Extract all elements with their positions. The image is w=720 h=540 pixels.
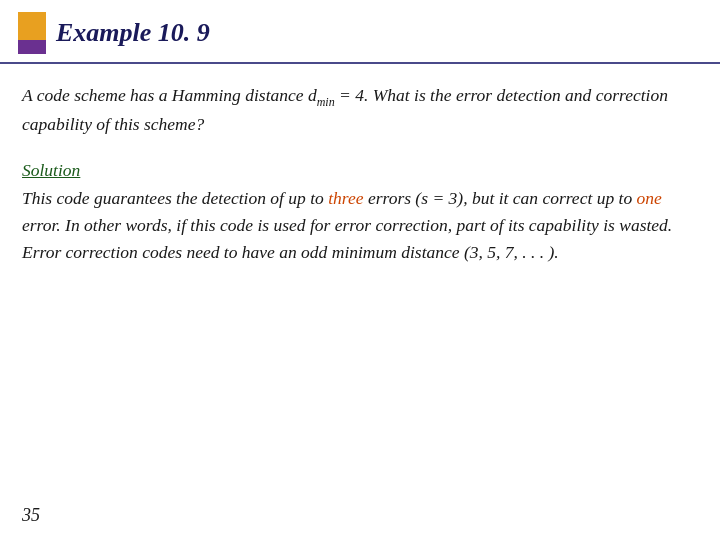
solution-text: This code guarantees the detection of up… — [22, 185, 698, 266]
highlight-one: one — [637, 188, 662, 208]
highlight-three: three — [328, 188, 363, 208]
problem-text: A code scheme has a Hamming distance dmi… — [22, 82, 698, 138]
square-orange — [18, 12, 46, 40]
header-decoration — [18, 12, 46, 54]
page-title: Example 10. 9 — [56, 18, 210, 48]
header: Example 10. 9 — [0, 0, 720, 64]
solution-label: Solution — [22, 160, 698, 181]
solution-text-before-three: This code guarantees the detection of up… — [22, 188, 328, 208]
main-content: A code scheme has a Hamming distance dmi… — [0, 82, 720, 267]
page-container: Example 10. 9 A code scheme has a Hammin… — [0, 0, 720, 540]
solution-text-after-one: error. In other words, if this code is u… — [22, 215, 672, 262]
solution-text-after-three: errors (s = 3), but it can correct up to — [364, 188, 637, 208]
page-number: 35 — [22, 505, 40, 526]
subscript-min: min — [317, 95, 335, 109]
square-purple — [18, 40, 46, 54]
